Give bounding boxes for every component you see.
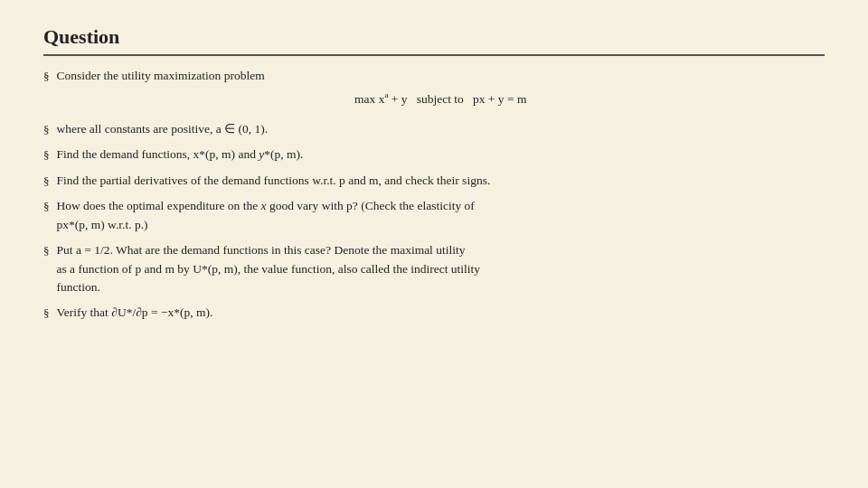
list-item: § Find the demand functions, x*(p, m) an… bbox=[43, 145, 825, 164]
bullet-7-text: Verify that ∂U*/∂p = −x*(p, m). bbox=[57, 305, 213, 319]
page-title: Question bbox=[43, 25, 825, 49]
bullet-6-line1: Put a = 1/2. What are the demand functio… bbox=[57, 243, 466, 257]
bullet-6-line2: as a function of p and m by U*(p, m), th… bbox=[57, 262, 481, 276]
bullet-content: Put a = 1/2. What are the demand functio… bbox=[57, 241, 826, 298]
list-item: § Put a = 1/2. What are the demand funct… bbox=[43, 241, 825, 298]
list-item: § where all constants are positive, a ∈ … bbox=[43, 120, 825, 139]
bullet-5-line2: px*(p, m) w.r.t. p.) bbox=[57, 218, 148, 231]
bullet-symbol: § bbox=[43, 242, 50, 260]
bullet-symbol: § bbox=[43, 198, 50, 216]
bullet-symbol: § bbox=[43, 173, 50, 191]
bullet-2-text: where all constants are positive, a ∈ (0… bbox=[57, 122, 269, 136]
bullet-5-line1: How does the optimal expenditure on the … bbox=[57, 199, 475, 212]
bullet-content: where all constants are positive, a ∈ (0… bbox=[57, 120, 826, 139]
math-line-1: max xa + y subject to px + y = m bbox=[57, 89, 826, 108]
bullet-6-line3: function. bbox=[57, 280, 100, 294]
bullet-list: § Consider the utility maximization prob… bbox=[43, 67, 825, 324]
bullet-content: Find the demand functions, x*(p, m) and … bbox=[57, 145, 826, 164]
title-divider bbox=[43, 54, 825, 56]
page: Question § Consider the utility maximiza… bbox=[0, 0, 868, 488]
bullet-symbol: § bbox=[43, 68, 50, 86]
list-item: § Find the partial derivatives of the de… bbox=[43, 172, 825, 191]
bullet-content: Find the partial derivatives of the dema… bbox=[57, 172, 826, 191]
bullet-content: Verify that ∂U*/∂p = −x*(p, m). bbox=[57, 304, 826, 323]
list-item: § How does the optimal expenditure on th… bbox=[43, 197, 825, 235]
title-section: Question bbox=[43, 25, 825, 56]
bullet-content: Consider the utility maximization proble… bbox=[57, 67, 826, 114]
bullet-symbol: § bbox=[43, 305, 50, 323]
bullet-1-text: Consider the utility maximization proble… bbox=[57, 69, 265, 82]
bullet-content: How does the optimal expenditure on the … bbox=[57, 197, 826, 235]
bullet-4-text: Find the partial derivatives of the dema… bbox=[57, 174, 491, 187]
bullet-3-text: Find the demand functions, x*(p, m) and … bbox=[57, 147, 304, 161]
list-item: § Consider the utility maximization prob… bbox=[43, 67, 825, 114]
bullet-symbol: § bbox=[43, 121, 50, 139]
list-item: § Verify that ∂U*/∂p = −x*(p, m). bbox=[43, 304, 825, 323]
bullet-symbol: § bbox=[43, 146, 50, 164]
